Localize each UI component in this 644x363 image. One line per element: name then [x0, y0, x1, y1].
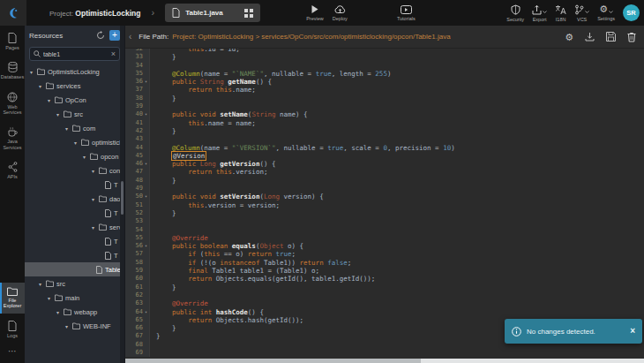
tree-item-dao[interactable]: ▾dao: [25, 192, 124, 206]
fold-arrow-icon[interactable]: ▾: [143, 110, 149, 118]
folder-icon: [72, 322, 80, 329]
tree-item-optimisticlocking[interactable]: ▾OptimisticLocking: [25, 64, 124, 79]
tree-item-optimisticlocking[interactable]: ▾optimisticlocking: [25, 135, 124, 149]
expand-arrow-icon[interactable]: ▾: [55, 309, 61, 315]
fold-arrow-icon[interactable]: ▾: [143, 160, 149, 168]
tree-item-t[interactable]: T: [25, 248, 124, 262]
expand-arrow-icon[interactable]: ▾: [64, 125, 70, 132]
tree-item-web-inf[interactable]: ▾WEB-INF: [25, 319, 124, 333]
refresh-icon[interactable]: [96, 31, 105, 40]
fold-arrow-icon[interactable]: ▾: [143, 193, 149, 200]
code-line-35: 35 @Column(name = "`NAME`", nullable = t…: [125, 70, 644, 78]
tree-item-src[interactable]: ▾src: [25, 276, 124, 291]
expand-arrow-icon[interactable]: ▾: [72, 140, 79, 146]
code-line-62: 62: [125, 291, 644, 299]
expand-arrow-icon[interactable]: ▾: [90, 168, 96, 174]
tree-item-opcon[interactable]: ▾opcon: [25, 149, 124, 163]
save-icon[interactable]: [606, 32, 616, 42]
tree-item-opcon[interactable]: ▾OpCon: [25, 93, 124, 107]
line-number: 46: [136, 160, 143, 168]
line-number: 63: [136, 299, 143, 307]
tree-item-t[interactable]: T: [25, 206, 124, 220]
fold-arrow-icon[interactable]: ▾: [143, 308, 149, 316]
expand-arrow-icon[interactable]: ▾: [46, 97, 52, 103]
expand-arrow-icon[interactable]: ▾: [81, 154, 87, 160]
expand-arrow-icon[interactable]: ▾: [37, 83, 43, 89]
folder-icon: [46, 280, 54, 287]
export-button[interactable]: Export: [532, 4, 547, 22]
toast-message: No changes detected.: [527, 328, 625, 336]
expand-arrow-icon[interactable]: ▾: [28, 69, 34, 75]
tree-item-webapp[interactable]: ▾webapp: [25, 305, 124, 319]
tree-scrollbar[interactable]: [120, 26, 124, 363]
clear-search-icon[interactable]: ×: [111, 50, 116, 58]
security-button[interactable]: Security: [506, 4, 524, 22]
collapse-panel-icon[interactable]: ‹: [129, 33, 131, 42]
code-editor[interactable]: 32 this.id = id;33 }3435 @Column(name = …: [125, 49, 644, 363]
folder-icon: [99, 223, 107, 231]
chevron-down-icon: [609, 4, 613, 14]
expand-arrow-icon[interactable]: ▾: [37, 281, 43, 287]
chevron-right-icon: ›: [152, 8, 155, 18]
line-number: 47: [136, 168, 143, 176]
code-line-46: 46▾ public Long getVersion() {: [125, 160, 644, 168]
sidebar-item-file-explorer[interactable]: File Explorer: [0, 283, 25, 314]
sidebar-item-databases[interactable]: Databases: [0, 57, 25, 84]
download-icon[interactable]: [585, 32, 595, 42]
deploy-button[interactable]: Deploy: [333, 4, 348, 21]
file-icon: [105, 252, 111, 260]
tree-item-src[interactable]: ▾src: [25, 107, 124, 121]
resources-title: Resources: [29, 32, 92, 40]
toast-close-icon[interactable]: ×: [630, 327, 635, 336]
vcs-button[interactable]: VCS: [574, 4, 589, 22]
expand-arrow-icon[interactable]: ▾: [64, 323, 70, 329]
sidebar-item-web-services[interactable]: Web Services: [0, 87, 25, 120]
tree-item-table1-java[interactable]: Table1.java: [25, 262, 124, 276]
code-line-56: 56▾ public boolean equals(Object o) {: [125, 242, 644, 250]
horizontal-scrollbar[interactable]: [125, 359, 644, 363]
tree-item-controller[interactable]: ▾controller: [25, 163, 124, 178]
tutorials-button[interactable]: Tutorials: [397, 5, 416, 21]
code-line-57: 57 if (this == o) return true;: [125, 250, 644, 258]
tree-item-t[interactable]: T: [25, 234, 124, 248]
more-icon[interactable]: ⋯: [0, 343, 25, 363]
folder-icon: [64, 110, 71, 117]
search-input[interactable]: [43, 51, 109, 57]
tree-item-com[interactable]: ▾com: [25, 121, 124, 135]
expand-arrow-icon[interactable]: ▾: [90, 196, 96, 202]
line-number: 56: [136, 242, 143, 250]
expand-arrow-icon[interactable]: ▾: [55, 111, 61, 117]
tab-table1-java[interactable]: Table1.java: [165, 4, 260, 22]
sidebar-item-logs[interactable]: Logs: [0, 316, 25, 343]
grid-icon[interactable]: [244, 9, 253, 18]
folder-icon: [7, 287, 18, 296]
tree-item-t[interactable]: T: [25, 178, 124, 192]
line-number: 33: [136, 53, 143, 61]
settings-button[interactable]: ⚙ Settings: [597, 4, 615, 21]
line-number: 36: [136, 78, 143, 86]
i18n-button[interactable]: I18N: [555, 4, 566, 22]
tree-item-service[interactable]: ▾service: [25, 220, 124, 234]
folder-icon: [55, 96, 63, 103]
sidebar-item-java-services[interactable]: Java Services: [0, 122, 25, 155]
code-line-39: 39: [125, 102, 644, 110]
sidebar-item-pages[interactable]: Pages: [0, 28, 25, 55]
preview-button[interactable]: Preview: [306, 4, 324, 21]
sidebar-item-apis[interactable]: APIs: [0, 157, 25, 184]
code-line-52: 52 }: [125, 209, 644, 217]
tree-item-label: OptimisticLocking: [48, 68, 100, 76]
tab-label: Table1.java: [185, 9, 239, 17]
tree-item-services[interactable]: ▾services: [25, 79, 124, 93]
resources-panel: Resources + × ▾OptimisticLocking▾service…: [25, 26, 125, 363]
fold-arrow-icon[interactable]: ▾: [143, 78, 149, 86]
user-avatar[interactable]: SR: [623, 4, 640, 21]
translate-icon: [555, 4, 566, 15]
fold-arrow-icon[interactable]: ▾: [143, 242, 149, 250]
tree-item-main[interactable]: ▾main: [25, 291, 124, 305]
file-settings-gear-icon[interactable]: ⚙: [565, 33, 573, 42]
add-resource-button[interactable]: +: [109, 30, 120, 41]
delete-icon[interactable]: [627, 32, 636, 42]
app-logo-icon[interactable]: [0, 0, 26, 26]
expand-arrow-icon[interactable]: ▾: [46, 295, 52, 301]
expand-arrow-icon[interactable]: ▾: [90, 224, 96, 231]
